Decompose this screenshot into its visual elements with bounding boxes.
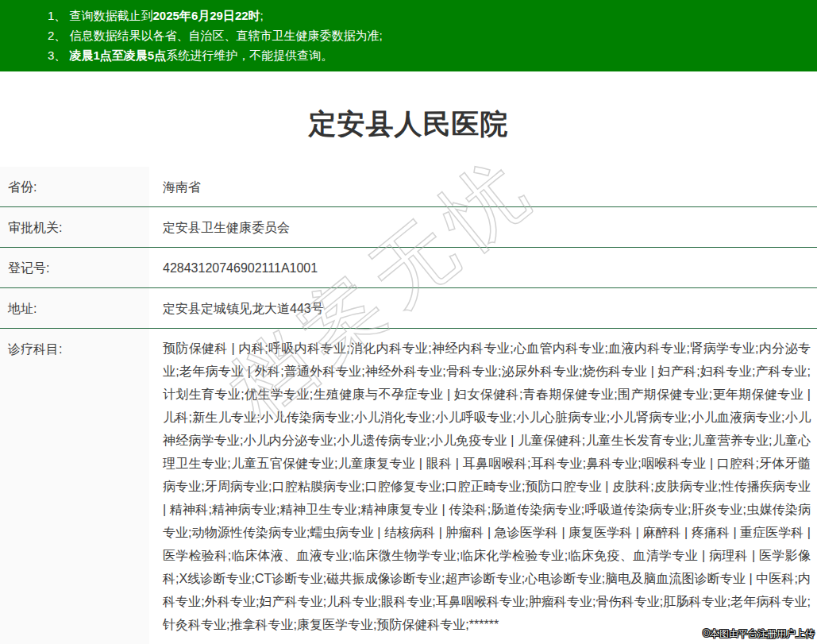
row-label-authority: 审批机关:: [0, 207, 149, 247]
notice-1-pre: 1、 查询数据截止到: [48, 9, 153, 22]
table-row-registration: 登记号: 42843120746902111A1001: [0, 248, 817, 288]
hospital-title: 定安县人民医院: [0, 95, 817, 167]
notice-1-bold: 2025年6月29日22时: [153, 9, 260, 22]
row-value-province: 海南省: [149, 167, 817, 206]
row-value-departments: 预防保健科 | 内科;呼吸内科专业;消化内科专业;神经内科专业;心血管内科专业;…: [149, 329, 817, 644]
notice-line-3: 3、 凌晨1点至凌晨5点系统进行维护，不能提供查询。: [48, 45, 801, 65]
upload-credit-watermark: ©本图由平台注册用户上传: [703, 627, 815, 641]
row-label-registration: 登记号:: [0, 248, 149, 287]
row-label-address: 地址:: [0, 288, 149, 328]
notice-3-bold: 凌晨1点至凌晨5点: [70, 48, 167, 62]
notice-1-post: ;: [260, 9, 264, 22]
table-row-province: 省份: 海南省: [0, 167, 817, 207]
notice-line-1: 1、 查询数据截止到2025年6月29日22时;: [48, 6, 801, 25]
notice-3-pre: 3、: [48, 48, 70, 62]
row-value-authority: 定安县卫生健康委员会: [149, 207, 817, 247]
notice-banner: 1、 查询数据截止到2025年6月29日22时; 2、 信息数据结果以各省、自治…: [0, 0, 817, 71]
notice-line-2: 2、 信息数据结果以各省、自治区、直辖市卫生健康委数据为准;: [48, 25, 801, 45]
row-value-address: 定安县定城镇见龙大道443号: [149, 288, 817, 328]
table-row-address: 地址: 定安县定城镇见龙大道443号: [0, 288, 817, 329]
notice-3-post: 系统进行维护，不能提供查询。: [166, 48, 333, 62]
notice-2-pre: 2、 信息数据结果以各省、自治区、直辖市卫生健康委数据为准;: [48, 29, 383, 42]
table-row-departments: 诊疗科目: 预防保健科 | 内科;呼吸内科专业;消化内科专业;神经内科专业;心血…: [0, 329, 817, 644]
row-label-departments: 诊疗科目:: [0, 329, 149, 644]
info-table: 省份: 海南省 审批机关: 定安县卫生健康委员会 登记号: 4284312074…: [0, 167, 817, 644]
table-row-authority: 审批机关: 定安县卫生健康委员会: [0, 207, 817, 248]
row-value-registration: 42843120746902111A1001: [149, 248, 817, 287]
row-label-province: 省份:: [0, 167, 149, 206]
